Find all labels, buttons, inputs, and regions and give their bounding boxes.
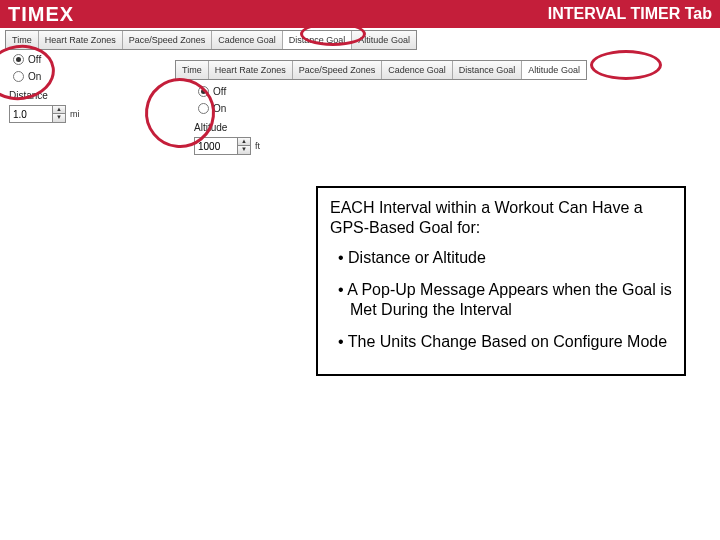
radio-off-label: Off [28, 54, 41, 65]
info-callout: EACH Interval within a Workout Can Have … [316, 186, 686, 376]
altitude-input[interactable] [195, 138, 237, 154]
tab-time[interactable]: Time [6, 31, 39, 49]
altitude-label: Altitude [194, 122, 310, 133]
info-bullet: Distance or Altitude [338, 248, 672, 268]
radio-on-2[interactable] [198, 103, 209, 114]
distance-label: Distance [9, 90, 115, 101]
altitude-goal-panel: Off On Altitude ▲ ▼ ft [190, 82, 310, 155]
page-title: INTERVAL TIMER Tab [548, 5, 712, 23]
altitude-spinner[interactable]: ▲ ▼ [194, 137, 251, 155]
spinner-down-icon-2[interactable]: ▼ [238, 146, 250, 154]
distance-goal-panel: Off On Distance ▲ ▼ mi [5, 50, 115, 123]
tab-pace-zones-2[interactable]: Pace/Speed Zones [293, 61, 383, 79]
tab-distance-goal[interactable]: Distance Goal [283, 31, 353, 49]
radio-off-label-2: Off [213, 86, 226, 97]
radio-on-row[interactable]: On [13, 71, 115, 82]
distance-input[interactable] [10, 106, 52, 122]
annotation-circle-icon [590, 50, 662, 80]
header-bar: TIMEX INTERVAL TIMER Tab [0, 0, 720, 28]
tab-bar-altitude: Time Heart Rate Zones Pace/Speed Zones C… [175, 60, 587, 80]
spinner-down-icon[interactable]: ▼ [53, 114, 65, 122]
distance-spinner-row: ▲ ▼ mi [9, 105, 115, 123]
tab-altitude-goal[interactable]: Altitude Goal [352, 31, 416, 49]
tab-pace-zones[interactable]: Pace/Speed Zones [123, 31, 213, 49]
distance-unit: mi [70, 109, 80, 119]
tab-hr-zones-2[interactable]: Heart Rate Zones [209, 61, 293, 79]
radio-on[interactable] [13, 71, 24, 82]
spinner-up-icon-2[interactable]: ▲ [238, 138, 250, 146]
spinner-up-icon[interactable]: ▲ [53, 106, 65, 114]
radio-on-label-2: On [213, 103, 226, 114]
radio-off-row[interactable]: Off [13, 54, 115, 65]
altitude-spinner-row: ▲ ▼ ft [194, 137, 310, 155]
tab-cadence-goal[interactable]: Cadence Goal [212, 31, 283, 49]
altitude-unit: ft [255, 141, 260, 151]
radio-on-label: On [28, 71, 41, 82]
tab-time-2[interactable]: Time [176, 61, 209, 79]
tab-cadence-goal-2[interactable]: Cadence Goal [382, 61, 453, 79]
brand-logo: TIMEX [8, 3, 74, 26]
tab-bar-distance: Time Heart Rate Zones Pace/Speed Zones C… [5, 30, 417, 50]
radio-on-row-2[interactable]: On [198, 103, 310, 114]
radio-off[interactable] [13, 54, 24, 65]
info-bullet: The Units Change Based on Configure Mode [338, 332, 672, 352]
tab-distance-goal-2[interactable]: Distance Goal [453, 61, 523, 79]
info-heading: EACH Interval within a Workout Can Have … [330, 198, 672, 238]
distance-spinner[interactable]: ▲ ▼ [9, 105, 66, 123]
info-bullet: A Pop-Up Message Appears when the Goal i… [338, 280, 672, 320]
tab-hr-zones[interactable]: Heart Rate Zones [39, 31, 123, 49]
radio-off-row-2[interactable]: Off [198, 86, 310, 97]
tab-altitude-goal-2[interactable]: Altitude Goal [522, 61, 586, 79]
radio-off-2[interactable] [198, 86, 209, 97]
